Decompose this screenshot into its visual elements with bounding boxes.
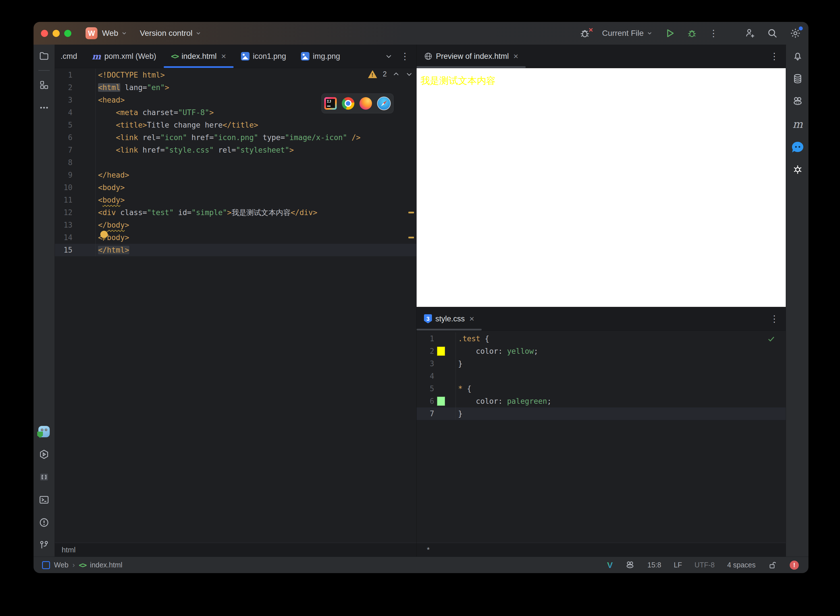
warning-stripe-mark[interactable] <box>408 212 414 213</box>
code-lines: 1.test {2 color: yellow;3}45* {6 color: … <box>416 331 786 420</box>
firefox-browser-icon[interactable] <box>359 97 372 110</box>
close-tab-icon[interactable]: × <box>221 51 226 61</box>
git-tool-button[interactable] <box>34 534 54 557</box>
intellij-browser-icon[interactable]: IJ <box>324 97 337 110</box>
code-line[interactable]: 2 color: yellow; <box>416 345 786 358</box>
intention-bulb-icon[interactable] <box>100 231 108 238</box>
encoding-widget[interactable]: UTF-8 <box>695 561 715 569</box>
services-tool-button[interactable] <box>34 443 54 466</box>
tab-list-chevron-icon[interactable] <box>385 53 393 60</box>
close-tab-icon[interactable]: × <box>469 314 475 324</box>
html-editor[interactable]: 1<!DOCTYPE html>2<html lang="en">3<head>… <box>55 68 416 543</box>
code-line[interactable]: 6 <link rel="icon" href="icon.png" type=… <box>55 131 416 144</box>
code-line[interactable]: 11<body> <box>55 194 416 206</box>
preview-options-kebab[interactable]: ⋮ <box>770 52 779 61</box>
code-line[interactable]: 9</head> <box>55 169 416 181</box>
settings-button[interactable] <box>790 28 801 39</box>
inspection-ok-check-icon[interactable] <box>767 335 775 343</box>
gopher-plugin-button[interactable] <box>34 420 54 443</box>
structure-tool-button[interactable] <box>34 73 54 96</box>
close-tab-icon[interactable]: × <box>513 51 519 61</box>
tab-index-html[interactable]: <> index.html × <box>164 45 234 68</box>
notifications-bell-button[interactable] <box>786 45 808 67</box>
code-line[interactable]: 4 <box>416 370 786 383</box>
next-problem-chevron-icon[interactable] <box>406 70 413 78</box>
openai-tool-button[interactable] <box>786 158 808 181</box>
code-line[interactable]: 7} <box>416 408 786 420</box>
tab-label: Preview of index.html <box>436 52 509 61</box>
image-file-icon <box>241 52 249 60</box>
v-plugin-icon[interactable]: V <box>607 560 613 570</box>
tab-img-png[interactable]: img.png <box>293 45 347 68</box>
code-line[interactable]: 15</html> <box>55 244 416 256</box>
maven-tool-button[interactable]: m <box>786 113 808 135</box>
module-icon <box>42 561 50 569</box>
code-line[interactable]: 6 color: palegreen; <box>416 395 786 408</box>
code-line[interactable]: 8 <box>55 156 416 169</box>
inspections-widget[interactable]: ! 2 <box>368 70 413 78</box>
error-indicator-badge[interactable]: ! <box>790 560 799 570</box>
run-configuration-selector[interactable]: Current File <box>602 29 653 38</box>
css-options-kebab[interactable]: ⋮ <box>770 314 779 323</box>
line-separator-widget[interactable]: LF <box>674 561 682 569</box>
run-button[interactable] <box>665 28 675 38</box>
code-line[interactable]: 12<div class="test" id="simple">我是测试文本内容… <box>55 206 416 219</box>
unlocked-icon[interactable] <box>768 560 777 570</box>
line-number: 6 <box>416 395 434 408</box>
tab-preview[interactable]: Preview of index.html × <box>416 45 526 68</box>
chat-tool-button[interactable] <box>786 135 808 158</box>
vcs-menu[interactable]: Version control <box>140 29 201 38</box>
search-everywhere-button[interactable] <box>767 28 778 39</box>
database-tool-button[interactable] <box>786 67 808 90</box>
safari-browser-icon[interactable] <box>377 97 391 110</box>
chrome-browser-icon[interactable] <box>342 97 354 110</box>
color-swatch[interactable] <box>437 397 445 406</box>
tab-style-css[interactable]: 3 style.css × <box>416 307 482 330</box>
code-line[interactable]: 5 <title>Title change here</title> <box>55 119 416 131</box>
caret-position-widget[interactable]: 15:8 <box>647 561 661 569</box>
breadcrumb-star[interactable]: * <box>427 546 430 554</box>
breadcrumb-html[interactable]: html <box>62 546 76 554</box>
close-window-button[interactable] <box>41 30 48 37</box>
minimize-window-button[interactable] <box>53 30 60 37</box>
debug-button[interactable] <box>687 28 697 38</box>
gutter <box>434 345 456 358</box>
zoom-window-button[interactable] <box>64 30 71 37</box>
code-line[interactable]: 2<html lang="en"> <box>55 81 416 94</box>
code-line[interactable]: 3} <box>416 358 786 370</box>
code-with-me-button[interactable] <box>744 28 755 39</box>
color-swatch[interactable] <box>437 347 445 356</box>
more-actions-kebab[interactable]: ⋮ <box>709 29 718 38</box>
ai-assistant-button[interactable] <box>786 90 808 113</box>
brackets-tool-button[interactable] <box>34 466 54 488</box>
html-preview-pane[interactable]: 我是测试文本内容 <box>416 68 786 307</box>
code-line[interactable]: 1.test { <box>416 333 786 345</box>
tab-pom-xml[interactable]: m pom.xml (Web) <box>85 45 164 68</box>
indent-widget[interactable]: 4 spaces <box>727 561 756 569</box>
tab-cmd[interactable]: .cmd <box>55 45 85 68</box>
ai-robot-icon[interactable] <box>625 560 635 570</box>
problems-tool-button[interactable] <box>34 511 54 534</box>
project-switcher[interactable]: Web <box>102 29 127 38</box>
inactive-tab-underline <box>416 329 482 330</box>
terminal-tool-button[interactable] <box>34 488 54 511</box>
tab-options-kebab[interactable]: ⋮ <box>400 52 409 61</box>
code-line[interactable]: 7 <link href="style.css" rel="stylesheet… <box>55 144 416 156</box>
more-tool-windows-button[interactable] <box>34 96 54 119</box>
code-line[interactable]: 5* { <box>416 383 786 395</box>
status-file[interactable]: index.html <box>90 561 122 569</box>
code-text: <head> <box>96 94 125 106</box>
gutter <box>434 358 456 370</box>
project-tool-button[interactable] <box>34 45 54 67</box>
warning-stripe-mark[interactable] <box>408 237 414 238</box>
code-line[interactable]: 10<body> <box>55 181 416 194</box>
status-project[interactable]: Web <box>54 561 69 569</box>
code-line[interactable]: 14</body> <box>55 231 416 244</box>
prev-problem-chevron-icon[interactable] <box>393 70 400 78</box>
debugger-muted-icon[interactable]: × <box>579 28 590 39</box>
code-line[interactable]: 1<!DOCTYPE html> <box>55 69 416 81</box>
css-editor[interactable]: 1.test {2 color: yellow;3}45* {6 color: … <box>416 331 786 543</box>
tab-icon1-png[interactable]: icon1.png <box>234 45 293 68</box>
code-line[interactable]: 13</body> <box>55 219 416 231</box>
code-text: <div class="test" id="simple">我是测试文本内容</… <box>96 206 317 219</box>
